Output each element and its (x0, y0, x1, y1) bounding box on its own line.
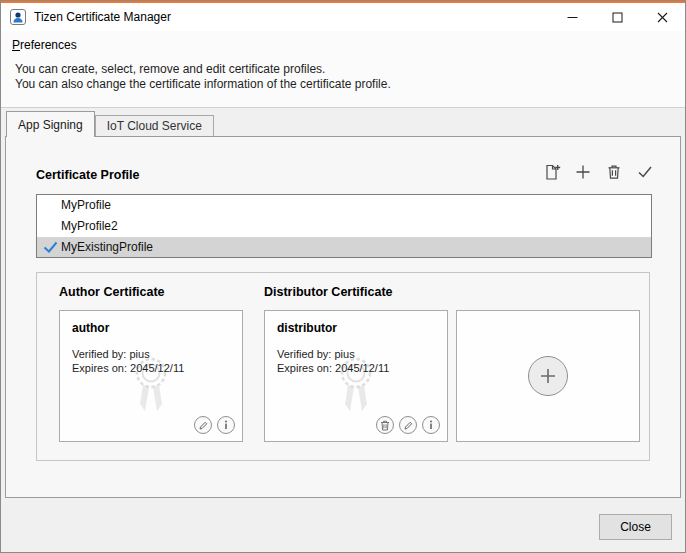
distributor-card-actions (376, 416, 440, 434)
minimize-button[interactable] (550, 3, 595, 31)
profile-name: MyExistingProfile (61, 240, 153, 254)
add-profile-icon[interactable] (574, 163, 592, 181)
author-info-icon[interactable] (217, 416, 235, 434)
author-cert-name: author (72, 321, 109, 335)
profile-list: MyProfile MyProfile2 MyExistingProfile (36, 194, 652, 258)
tizen-certificate-manager-window: Tizen Certificate Manager Preferences Yo… (0, 0, 686, 553)
author-certificate-card: author Verified by: pius Expires on: 204… (59, 310, 243, 442)
window-title: Tizen Certificate Manager (34, 10, 171, 24)
distributor-info-icon[interactable] (422, 416, 440, 434)
author-verified-by: Verified by: pius (72, 348, 150, 360)
profile-name: MyProfile2 (61, 219, 118, 233)
header-area: Preferences You can create, select, remo… (1, 31, 685, 108)
set-active-icon[interactable] (636, 163, 654, 181)
list-item-myexistingprofile[interactable]: MyExistingProfile (37, 237, 651, 258)
author-edit-icon[interactable] (194, 416, 212, 434)
titlebar: Tizen Certificate Manager (1, 3, 685, 31)
active-check-icon (43, 240, 58, 255)
description-line-1: You can create, select, remove and edit … (15, 62, 325, 76)
menu-preferences[interactable]: Preferences (5, 34, 84, 56)
list-item-myprofile[interactable]: MyProfile (37, 195, 651, 216)
maximize-button[interactable] (595, 3, 640, 31)
close-button[interactable]: Close (599, 514, 672, 540)
app-signing-panel: Certificate Profile (5, 136, 681, 498)
distributor-expires-on: Expires on: 2045/12/11 (277, 362, 389, 374)
distributor-verified-by: Verified by: pius (277, 348, 355, 360)
author-card-actions (194, 416, 235, 434)
author-certificate-heading: Author Certificate (59, 285, 165, 299)
tab-iot-cloud-service[interactable]: IoT Cloud Service (95, 115, 214, 136)
add-certificate-icon[interactable] (528, 356, 568, 396)
empty-certificate-card (456, 310, 640, 442)
new-profile-icon[interactable] (543, 163, 561, 181)
profile-toolbar (543, 163, 654, 181)
tizen-logo-icon (10, 9, 26, 25)
certificates-groupbox: Author Certificate Distributor Certifica… (36, 272, 650, 461)
certificate-profile-title: Certificate Profile (36, 168, 140, 182)
tab-bar: App Signing IoT Cloud Service (6, 111, 214, 137)
delete-profile-icon[interactable] (605, 163, 623, 181)
list-item-myprofile2[interactable]: MyProfile2 (37, 216, 651, 237)
window-controls (550, 3, 685, 31)
distributor-delete-icon[interactable] (376, 416, 394, 434)
distributor-cert-name: distributor (277, 321, 337, 335)
description-line-2: You can also change the certificate info… (15, 77, 391, 91)
author-expires-on: Expires on: 2045/12/11 (72, 362, 184, 374)
distributor-edit-icon[interactable] (399, 416, 417, 434)
profile-name: MyProfile (61, 198, 111, 212)
distributor-certificate-heading: Distributor Certificate (264, 285, 393, 299)
tab-app-signing[interactable]: App Signing (6, 111, 95, 137)
distributor-certificate-card: distributor Verified by: pius Expires on… (264, 310, 448, 442)
close-window-button[interactable] (640, 3, 685, 31)
